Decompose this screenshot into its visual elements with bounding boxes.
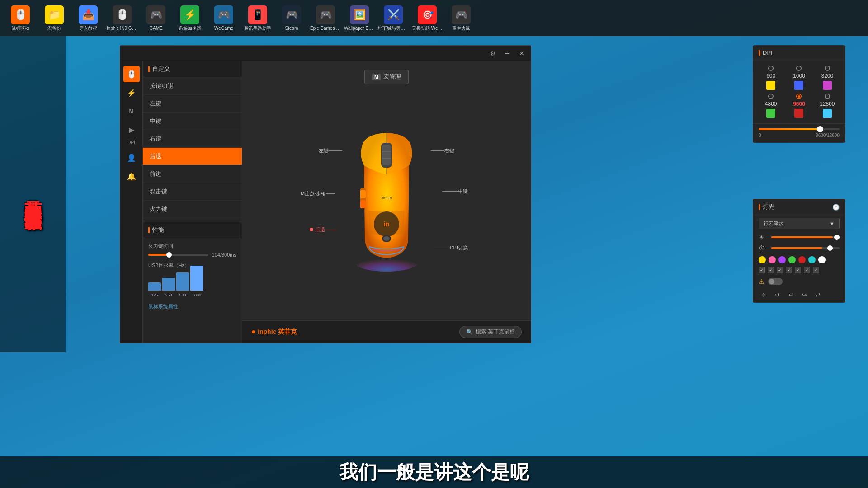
toggle-knob xyxy=(769,279,774,284)
label-dpi-switch: DPI切换 xyxy=(450,244,468,251)
dpi-color xyxy=(766,109,775,118)
color-dot[interactable] xyxy=(759,256,766,263)
color-checkbox[interactable] xyxy=(795,267,801,273)
color-dot[interactable] xyxy=(808,256,816,263)
action-icon[interactable]: ↩ xyxy=(786,290,796,300)
menu-item-中键[interactable]: 中键 xyxy=(143,113,242,130)
sidebar-icon-mouse[interactable]: 🖱️ xyxy=(123,66,140,82)
settings-button[interactable]: ⚙ xyxy=(488,49,497,58)
sidebar-icon-profile[interactable]: 👤 xyxy=(123,150,140,166)
brightness-track[interactable] xyxy=(771,236,840,238)
usb-bar[interactable]: 500 xyxy=(176,272,189,297)
mouse-svg: in W-G6 xyxy=(341,129,432,274)
warning-row: ⚠ xyxy=(753,276,845,287)
action-icon[interactable]: ⇄ xyxy=(813,290,823,300)
performance-title: 性能 xyxy=(152,226,164,234)
taskbar-icon[interactable]: 🎮 GAME xyxy=(140,3,172,33)
color-checkbox[interactable] xyxy=(768,267,774,273)
system-properties-link[interactable]: 鼠标系统属性 xyxy=(148,301,236,312)
dpi-slider-track[interactable] xyxy=(759,128,840,130)
title-bar: ⚙ ─ ✕ xyxy=(120,46,531,61)
dpi-item-1600[interactable]: 1600 xyxy=(787,66,811,90)
taskbar-icon[interactable]: 🖼️ Wallpaper Engine: ... xyxy=(344,3,375,33)
fire-key-slider-track[interactable] xyxy=(148,254,208,256)
dpi-item-9600[interactable]: 9600 xyxy=(787,94,811,118)
dpi-min: 0 xyxy=(759,133,761,138)
color-checkbox[interactable] xyxy=(786,267,792,273)
menu-item-双击键[interactable]: 双击键 xyxy=(143,183,242,201)
light-settings-icon[interactable]: 🕐 xyxy=(832,204,840,211)
taskbar-icon[interactable]: 🎮 Steam xyxy=(276,3,307,33)
menu-item-前进[interactable]: 前进 xyxy=(143,165,242,183)
taskbar-icon[interactable]: 📁 宏备份 xyxy=(38,3,70,33)
color-checkbox[interactable] xyxy=(813,267,819,273)
customize-header: 自定义 xyxy=(143,61,242,77)
light-effect-select[interactable]: 行云流水 ▼ xyxy=(759,218,840,229)
brightness-icon: ☀ xyxy=(759,234,768,241)
sidebar-label-dpi[interactable]: DPI xyxy=(127,140,135,145)
color-dot[interactable] xyxy=(769,256,776,263)
usb-bar[interactable]: 1000 xyxy=(190,266,203,297)
dpi-item-600[interactable]: 600 xyxy=(759,66,783,90)
color-checkboxes xyxy=(753,266,845,276)
minimize-button[interactable]: ─ xyxy=(503,49,512,58)
taskbar-icon[interactable]: 🎮 Epic Games Launcher xyxy=(310,3,341,33)
dpi-slider-section: 0 9600/12800 xyxy=(753,123,845,142)
fire-key-slider-thumb xyxy=(166,252,172,258)
sidebar-icon-macro[interactable]: M xyxy=(123,103,140,119)
usb-bar[interactable]: 250 xyxy=(162,278,175,297)
taskbar-icon[interactable]: 🎮 重生边缘 xyxy=(445,3,477,33)
app-content: 🖱️ ⚡ M ▶ DPI 👤 🔔 自定义 按键功能左键中键右键后退前进双击键火力… xyxy=(120,61,531,343)
dpi-grid: 600 1600 3200 4800 9600 12800 xyxy=(753,60,845,123)
sidebar-icon-notify[interactable]: 🔔 xyxy=(123,168,140,184)
taskbar-icon[interactable]: ⚔️ 地下城与勇士: 创新世纪 xyxy=(377,3,409,33)
taskbar-icon[interactable]: ⚡ 迅游加速器 xyxy=(174,3,206,33)
taskbar-icon[interactable]: 🖱️ Inphic IN9 Gaming ... xyxy=(106,3,138,33)
action-icon[interactable]: ↪ xyxy=(799,290,809,300)
svg-rect-7 xyxy=(360,190,366,198)
macro-m-badge: M xyxy=(372,74,381,80)
menu-items: 按键功能左键中键右键后退前进双击键火力键 xyxy=(143,77,242,218)
main-area: M 宏管理 左键 右键 xyxy=(242,61,531,343)
menu-item-按键功能[interactable]: 按键功能 xyxy=(143,77,242,95)
action-icon[interactable]: ↺ xyxy=(772,290,782,300)
brand-logo: ● inphic 英菲克 xyxy=(251,328,297,336)
color-dot[interactable] xyxy=(778,256,786,263)
color-checkbox[interactable] xyxy=(759,267,765,273)
warning-toggle[interactable] xyxy=(768,278,783,285)
sidebar-icon-play[interactable]: ▶ xyxy=(123,122,140,138)
light-effect-arrow: ▼ xyxy=(830,221,835,226)
taskbar-icon[interactable]: 📱 腾讯手游助手 xyxy=(242,3,274,33)
color-checkbox[interactable] xyxy=(777,267,783,273)
close-button[interactable]: ✕ xyxy=(517,49,526,58)
menu-item-左键[interactable]: 左键 xyxy=(143,95,242,113)
menu-item-后退[interactable]: 后退 xyxy=(143,148,242,165)
color-checkbox[interactable] xyxy=(804,267,810,273)
dpi-value: 4800 xyxy=(765,101,777,107)
color-dot[interactable] xyxy=(818,256,826,263)
action-icon[interactable]: ✈ xyxy=(759,290,769,300)
dpi-item-12800[interactable]: 12800 xyxy=(815,94,840,118)
taskbar-icon[interactable]: 🎮 WeGame xyxy=(208,3,240,33)
dpi-panel: DPI 600 1600 3200 4800 9600 12800 0 xyxy=(753,45,845,143)
dpi-slider-fill xyxy=(759,128,819,130)
taskbar-icon[interactable]: 📥 导入教程 xyxy=(72,3,104,33)
search-button[interactable]: 🔍 搜索 英菲克鼠标 xyxy=(459,326,522,338)
usb-bar[interactable]: 125 xyxy=(148,282,161,297)
dpi-range-labels: 0 9600/12800 xyxy=(759,133,840,138)
menu-item-火力键[interactable]: 火力键 xyxy=(143,201,242,218)
taskbar-icon[interactable]: 🖱️ 鼠标驱动 xyxy=(5,3,36,33)
dpi-item-3200[interactable]: 3200 xyxy=(815,66,840,90)
brand-icon: ● xyxy=(251,328,256,335)
sidebar-icon-lightning[interactable]: ⚡ xyxy=(123,84,140,101)
taskbar-icon[interactable]: 🎯 无畏契约 WeGame版 xyxy=(411,3,443,33)
menu-item-右键[interactable]: 右键 xyxy=(143,130,242,148)
label-back-key: 后退 xyxy=(310,226,325,233)
color-dot[interactable] xyxy=(788,256,796,263)
speed-track[interactable] xyxy=(771,247,840,249)
color-dot[interactable] xyxy=(798,256,806,263)
fire-key-slider-row: 104/300ms xyxy=(148,252,236,258)
dpi-item-4800[interactable]: 4800 xyxy=(759,94,783,118)
macro-button[interactable]: M 宏管理 xyxy=(364,70,409,84)
dpi-color xyxy=(823,81,832,90)
